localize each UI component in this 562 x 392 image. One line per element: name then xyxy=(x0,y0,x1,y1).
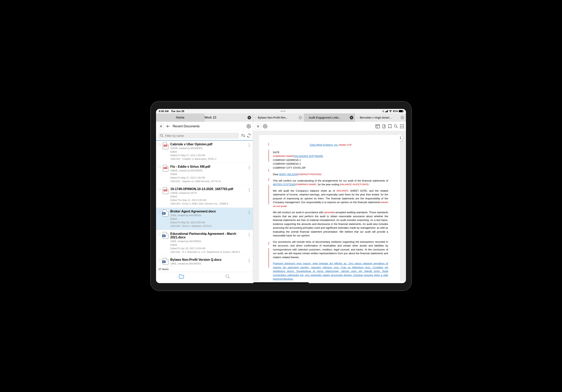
svg-rect-13 xyxy=(400,126,401,127)
status-date: Tue Jun 28 xyxy=(171,110,184,113)
document-row[interactable]: Broker Agent Agreement.docx 23KB, create… xyxy=(156,208,253,230)
app-tabs: Home Work 10 ✕ xyxy=(156,114,253,122)
document-row[interactable]: Bylaws Non-Profit Version Q.docx 19KB, c… xyxy=(156,256,253,266)
filter-input[interactable] xyxy=(165,134,237,138)
svg-rect-11 xyxy=(402,124,402,125)
tab-label: Bernstein v Virgin Ameri... xyxy=(360,116,399,119)
document-viewer[interactable]: Tulsa Wind Systems, Inc. Ajuba, LLP DATE… xyxy=(253,131,406,281)
doc-meta: 193KB, created by SETHEditedEdited Thu M… xyxy=(170,191,246,206)
grid-button[interactable] xyxy=(400,124,404,128)
close-tab-button[interactable]: ✕ xyxy=(299,116,302,119)
svg-rect-2 xyxy=(386,111,387,112)
close-tab-button[interactable]: ✕ xyxy=(247,116,251,119)
document-row[interactable]: 19-1749.OPINION.10-13-2020_1667763.pdf 1… xyxy=(156,185,253,208)
back-button[interactable] xyxy=(166,125,170,128)
select-radio[interactable] xyxy=(158,210,161,213)
svg-rect-0 xyxy=(385,112,386,112)
svg-point-7 xyxy=(265,126,266,127)
select-radio[interactable] xyxy=(158,233,161,235)
select-radio[interactable] xyxy=(158,143,161,146)
file-pdf-icon xyxy=(163,143,168,149)
more-button[interactable] xyxy=(248,143,250,161)
doc-title: Bylaws Non-Profit Version Q.docx xyxy=(170,258,246,262)
drag-handle-icon xyxy=(206,117,208,118)
document-tab[interactable]: Bylaws Non-Profit Rev... ✕ xyxy=(253,114,304,122)
item-count: 27 items xyxy=(156,266,253,272)
location-icon xyxy=(382,110,384,113)
document-tab[interactable]: Bernstein v Virgin Ameri... ✕ xyxy=(355,114,406,122)
page-title: Recent Documents xyxy=(173,125,244,128)
svg-rect-15 xyxy=(403,126,404,127)
layout-button[interactable] xyxy=(375,124,380,128)
wifi-icon xyxy=(389,110,392,113)
svg-rect-14 xyxy=(402,126,402,127)
close-tab-button[interactable]: ✕ xyxy=(401,116,404,119)
more-button[interactable] xyxy=(248,258,250,266)
more-button[interactable] xyxy=(248,232,250,254)
document-tabs: Bylaws Non-Profit Rev... ✕ Audit Engagem… xyxy=(253,114,406,122)
tab-work[interactable]: Work 10 ✕ xyxy=(205,114,253,122)
svg-point-5 xyxy=(160,134,163,136)
svg-rect-3 xyxy=(387,110,388,112)
find-button[interactable] xyxy=(394,124,398,128)
svg-rect-1 xyxy=(386,111,386,112)
document-tab[interactable]: Audit Engagement Lette... ✕ xyxy=(304,114,355,122)
more-button[interactable] xyxy=(248,165,250,183)
sort-button[interactable] xyxy=(241,134,245,138)
doc-settings-button[interactable] xyxy=(263,124,267,128)
doc-meta: 323KB, created by MAUREENEditedEdited Fr… xyxy=(170,147,246,161)
doc-title: 19-1749.OPINION.10-13-2020_1667763.pdf xyxy=(170,187,246,191)
cellular-icon xyxy=(385,110,388,112)
home-indicator[interactable] xyxy=(253,282,309,283)
document-row[interactable]: Educational Partnership Agreement - Marc… xyxy=(156,230,253,256)
battery-pct: 91% xyxy=(393,110,398,113)
checkin-button[interactable] xyxy=(382,124,386,128)
filter-search-box[interactable] xyxy=(158,133,239,138)
document-row[interactable]: Cabriole v Uber Opinion.pdf 323KB, creat… xyxy=(156,140,253,163)
drag-handle-icon xyxy=(255,117,257,118)
battery-icon xyxy=(399,110,403,112)
more-button[interactable] xyxy=(248,187,250,206)
status-bar: 8:56 AM Tue Jun 28 91% xyxy=(156,109,406,114)
document-page: Tulsa Wind Systems, Inc. Ajuba, LLP DATE… xyxy=(259,135,400,281)
svg-rect-8 xyxy=(376,125,380,128)
doc-meta: 448KB, created by MAUREENEditedEdited Fr… xyxy=(170,169,246,183)
svg-rect-12 xyxy=(403,124,404,125)
select-radio[interactable] xyxy=(158,166,161,168)
file-docx-icon xyxy=(163,210,168,216)
file-docx-icon xyxy=(163,258,168,265)
status-time: 8:56 AM xyxy=(159,110,168,113)
refresh-button[interactable] xyxy=(247,134,251,138)
document-list: Cabriole v Uber Opinion.pdf 323KB, creat… xyxy=(156,140,253,266)
svg-point-6 xyxy=(226,275,229,277)
svg-rect-10 xyxy=(400,124,401,125)
more-button[interactable] xyxy=(248,210,250,228)
svg-point-9 xyxy=(394,125,397,127)
select-radio[interactable] xyxy=(158,188,161,190)
search-icon xyxy=(160,134,164,138)
svg-rect-18 xyxy=(403,127,404,128)
close-panel-button[interactable] xyxy=(158,123,164,129)
doc-title: Cabriole v Uber Opinion.pdf xyxy=(170,143,246,146)
tab-home[interactable]: Home xyxy=(156,114,205,122)
select-radio[interactable] xyxy=(158,259,161,261)
multitask-dots[interactable] xyxy=(281,111,285,112)
document-row[interactable]: Flo - Eddie v Sirius XM.pdf 448KB, creat… xyxy=(156,163,253,185)
svg-rect-17 xyxy=(402,127,402,128)
tab-label: Bylaws Non-Profit Rev... xyxy=(258,116,297,119)
close-doc-button[interactable] xyxy=(255,123,261,129)
drag-handle-icon xyxy=(305,117,307,118)
search-button[interactable] xyxy=(225,274,230,279)
drag-handle-icon xyxy=(357,117,359,118)
file-pdf-icon xyxy=(163,187,168,194)
doc-meta: 23KB, created by MAUREENEditedEdited Fri… xyxy=(170,214,246,228)
bookmark-button[interactable] xyxy=(388,124,392,128)
folder-button[interactable] xyxy=(179,274,184,279)
file-pdf-icon xyxy=(163,165,168,172)
file-docx-icon xyxy=(163,232,168,239)
doc-title: Broker Agent Agreement.docx xyxy=(170,210,246,213)
tab-label: Audit Engagement Lette... xyxy=(309,116,348,119)
close-tab-button[interactable]: ✕ xyxy=(350,116,353,119)
doc-meta: 19KB, created by MAUREENEditedEdited Tue… xyxy=(170,262,246,266)
settings-button[interactable] xyxy=(246,124,251,128)
